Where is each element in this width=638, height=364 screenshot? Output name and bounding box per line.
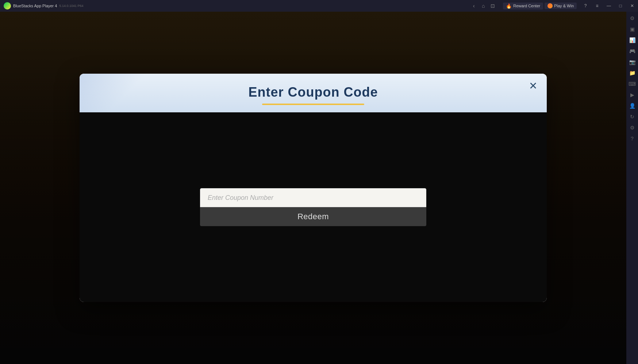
dialog-body: Redeem bbox=[80, 112, 547, 302]
minimize-button[interactable]: — bbox=[603, 0, 615, 12]
play-win-icon bbox=[547, 3, 553, 8]
play-win-button[interactable]: Play & Win bbox=[545, 3, 577, 9]
home-button[interactable]: ⌂ bbox=[479, 1, 488, 10]
coupon-dialog: Enter Coupon Code ✕ Redeem bbox=[80, 74, 547, 302]
app-version: 5.14.0.1041 P64 bbox=[59, 4, 83, 8]
app-title: BlueStacks App Player 4 bbox=[13, 4, 57, 8]
sidebar-display-icon[interactable]: ▣ bbox=[627, 24, 637, 34]
reward-icon: 🔥 bbox=[506, 3, 512, 9]
sidebar-macro-icon[interactable]: ▶ bbox=[627, 90, 637, 100]
sidebar-settings2-icon[interactable]: ⚙ bbox=[627, 123, 637, 133]
window-close-button[interactable]: ✕ bbox=[626, 0, 638, 12]
dialog-close-button[interactable]: ✕ bbox=[526, 80, 539, 93]
dialog-title-underline bbox=[262, 104, 364, 105]
sidebar-help-icon[interactable]: ? bbox=[627, 133, 637, 144]
history-button[interactable]: ⊡ bbox=[488, 1, 497, 10]
title-bar: BlueStacks App Player 4 5.14.0.1041 P64 … bbox=[0, 0, 638, 12]
sidebar-chart-icon[interactable]: 📊 bbox=[627, 35, 637, 45]
reward-text: Reward Center bbox=[513, 4, 540, 8]
dialog-overlay: Enter Coupon Code ✕ Redeem bbox=[0, 12, 626, 364]
sidebar-rotate-icon[interactable]: ↻ bbox=[627, 112, 637, 122]
menu-button[interactable]: ≡ bbox=[591, 0, 603, 12]
main-area: Enter Coupon Code ✕ Redeem bbox=[0, 12, 626, 364]
redeem-button[interactable]: Redeem bbox=[200, 207, 426, 226]
coupon-input[interactable] bbox=[200, 188, 426, 207]
back-button[interactable]: ‹ bbox=[469, 1, 478, 10]
dialog-title: Enter Coupon Code bbox=[249, 85, 378, 100]
maximize-button[interactable]: □ bbox=[615, 0, 626, 12]
title-bar-nav: ‹ ⌂ ⊡ bbox=[466, 1, 500, 10]
title-bar-left: BlueStacks App Player 4 5.14.0.1041 P64 bbox=[0, 2, 466, 9]
sidebar-profile-icon[interactable]: 👤 bbox=[627, 101, 637, 111]
title-bar-controls: ? ≡ — □ ✕ bbox=[580, 0, 638, 12]
sidebar-keyboard-icon[interactable]: ⌨ bbox=[627, 79, 637, 89]
sidebar-camera-icon[interactable]: 📷 bbox=[627, 57, 637, 67]
sidebar-settings-icon[interactable]: ⚙ bbox=[627, 13, 637, 23]
title-bar-right: 🔥 Reward Center Play & Win bbox=[500, 3, 580, 9]
sidebar-folder-icon[interactable]: 📁 bbox=[627, 68, 637, 78]
game-background: Enter Coupon Code ✕ Redeem bbox=[0, 12, 626, 364]
info-button[interactable]: ? bbox=[580, 0, 591, 12]
app-logo bbox=[4, 2, 11, 9]
reward-center-button[interactable]: 🔥 Reward Center bbox=[503, 3, 543, 9]
dialog-header: Enter Coupon Code ✕ bbox=[80, 74, 547, 112]
play-win-text: Play & Win bbox=[554, 4, 574, 8]
right-sidebar: ⚙ ▣ 📊 🎮 📷 📁 ⌨ ▶ 👤 ↻ ⚙ ? bbox=[626, 12, 638, 364]
sidebar-gamepad-icon[interactable]: 🎮 bbox=[627, 46, 637, 56]
